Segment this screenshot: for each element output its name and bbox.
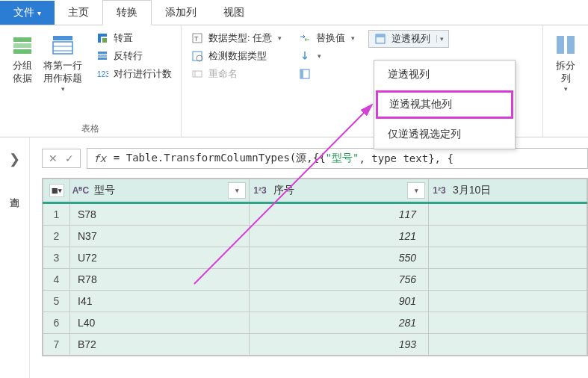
detect-datatype-button[interactable]: 检测数据类型 [188, 48, 285, 64]
groupby-icon [10, 33, 34, 57]
svg-rect-4 [53, 42, 72, 54]
svg-rect-3 [53, 36, 72, 40]
unpivot-dropdown: 逆透视列 逆透视其他列 仅逆透视选定列 [374, 60, 516, 149]
rename-button[interactable]: 重命名 [188, 66, 285, 82]
column-header-date[interactable]: 1²3 3月10日 [429, 179, 587, 203]
reverse-icon [96, 49, 109, 63]
split-icon [554, 33, 578, 57]
chevron-down-icon: ▾ [436, 35, 444, 43]
replace-label: 替换值 [316, 31, 345, 45]
svg-rect-0 [13, 37, 31, 42]
formula-string: "型号" [326, 152, 359, 165]
tab-addcolumn[interactable]: 添加列 [152, 1, 210, 25]
tab-view[interactable]: 视图 [210, 1, 258, 25]
firstrow-label: 将第一行 用作标题 [43, 60, 82, 85]
fill-icon [298, 49, 312, 63]
chevron-down-icon: ▾ [278, 34, 282, 42]
reverse-rows-button[interactable]: 反转行 [93, 48, 175, 64]
count-rows-button[interactable]: 123 对行进行计数 [93, 66, 175, 82]
dropdown-item-unpivot-selected[interactable]: 仅逆透视选定列 [374, 120, 515, 149]
tab-transform[interactable]: 转换 [102, 0, 152, 25]
type-number-icon: 1²3 [429, 185, 450, 196]
table-row: 6L40281 [43, 312, 587, 334]
tab-file[interactable]: 文件▾ [0, 1, 55, 25]
firstrow-header-button[interactable]: 将第一行 用作标题 ▾ [39, 30, 87, 96]
commit-formula-icon[interactable]: ✓ [65, 152, 74, 164]
chevron-down-icon: ▾ [351, 34, 355, 42]
unpivot-icon [374, 32, 387, 46]
unpivot-label: 逆透视列 [392, 32, 430, 46]
datatype-icon: T [191, 31, 204, 45]
svg-rect-9 [98, 58, 107, 60]
tab-file-label: 文件 [13, 6, 34, 18]
split-label: 拆分 列 [556, 60, 575, 85]
unpivot-button[interactable]: 逆透视列 ▾ [368, 30, 449, 48]
column-header-model[interactable]: AᴮC 型号 ▾ [70, 179, 250, 203]
group-table-label: 表格 [6, 121, 175, 135]
chevron-down-icon: ▾ [564, 85, 568, 93]
table-corner[interactable]: ▦▾ [43, 179, 70, 203]
type-text-icon: AᴮC [70, 185, 91, 196]
column-name: 3月10日 [450, 184, 587, 197]
reverse-label: 反转行 [114, 49, 143, 63]
dropdown-item-unpivot-other[interactable]: 逆透视其他列 [376, 90, 513, 119]
table-row: 3U72550 [43, 247, 587, 269]
formula-text-prefix: = Table.TransformColumnTypes(源,{{ [114, 152, 326, 165]
count-icon: 123 [96, 67, 109, 81]
detect-icon [191, 49, 204, 63]
formula-input[interactable]: fx = Table.TransformColumnTypes(源,{{"型号"… [87, 148, 588, 169]
table-menu-icon[interactable]: ▦▾ [49, 184, 64, 197]
svg-rect-21 [557, 36, 564, 54]
svg-rect-1 [13, 43, 31, 48]
table-row: 2N37121 [43, 226, 587, 247]
expand-queries-button[interactable]: ❯ [9, 151, 20, 167]
tab-home[interactable]: 主页 [55, 1, 102, 25]
svg-rect-20 [376, 34, 385, 37]
transpose-icon [96, 31, 109, 45]
table-row: 5I41901 [43, 291, 587, 312]
transpose-button[interactable]: 转置 [93, 30, 175, 46]
cancel-formula-icon[interactable]: ✕ [49, 152, 58, 164]
formula-text-mid: , type text}, { [359, 152, 453, 164]
svg-rect-2 [13, 49, 31, 54]
svg-rect-7 [98, 52, 107, 54]
table-body: 1S78117 2N37121 3U72550 4R78756 5I41901 … [43, 203, 587, 356]
rename-icon [191, 67, 204, 81]
groupby-button[interactable]: 分组 依据 [6, 30, 39, 88]
split-column-button[interactable]: 拆分 列 ▾ [549, 30, 582, 96]
pivot-icon [298, 67, 312, 81]
svg-rect-18 [300, 69, 303, 78]
rename-label: 重命名 [208, 67, 238, 81]
filter-icon[interactable]: ▾ [407, 182, 425, 199]
table-row: 7B72193 [43, 334, 587, 356]
svg-rect-15 [193, 71, 202, 77]
table-row: 4R78756 [43, 269, 587, 291]
data-grid: ▦▾ AᴮC 型号 ▾ 1²3 序号 ▾ [42, 178, 588, 356]
fill-button[interactable]: ▾ [295, 48, 358, 64]
chevron-down-icon: ▾ [37, 9, 41, 17]
svg-text:T: T [194, 35, 199, 43]
detect-label: 检测数据类型 [208, 49, 267, 63]
svg-rect-22 [567, 36, 575, 54]
svg-rect-8 [98, 55, 107, 57]
replace-values-button[interactable]: 替换值 ▾ [295, 30, 358, 46]
ribbon-group-table: 分组 依据 将第一行 用作标题 ▾ 转置 反转行 123 [0, 25, 182, 137]
column-header-serial[interactable]: 1²3 序号 ▾ [250, 179, 429, 203]
filter-icon[interactable]: ▾ [228, 182, 246, 199]
chevron-down-icon: ▾ [318, 52, 321, 60]
transpose-label: 转置 [114, 31, 133, 45]
datatype-button[interactable]: T 数据类型: 任意 ▾ [188, 30, 285, 46]
dropdown-item-unpivot[interactable]: 逆透视列 [374, 61, 515, 89]
replace-icon [298, 31, 312, 45]
count-label: 对行进行计数 [114, 67, 172, 81]
svg-text:123: 123 [97, 70, 108, 78]
pivot-button[interactable] [295, 66, 358, 82]
fx-icon: fx [93, 152, 106, 164]
type-number-icon: 1²3 [250, 185, 270, 196]
content-area: ❯ 查询 ✕ ✓ fx = Table.TransformColumnTypes… [0, 137, 588, 378]
table-header-icon [51, 33, 75, 57]
left-rail: ❯ 查询 [0, 137, 30, 378]
column-name: 型号 [91, 184, 228, 197]
ribbon-group-split: 拆分 列 ▾ [543, 25, 588, 137]
formula-bar: ✕ ✓ fx = Table.TransformColumnTypes(源,{{… [42, 148, 588, 169]
